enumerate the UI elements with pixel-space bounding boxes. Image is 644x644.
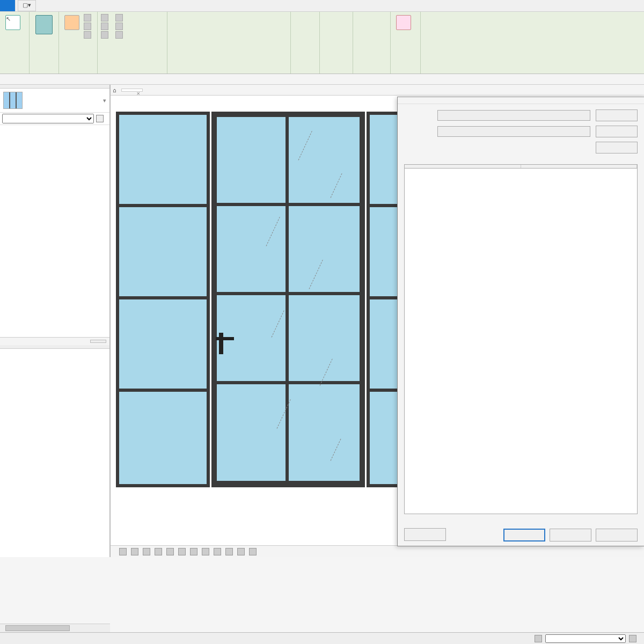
modify-icon[interactable] — [194, 14, 203, 23]
preview-button[interactable] — [404, 528, 446, 541]
type-params-table — [404, 164, 638, 514]
vb-icon[interactable] — [178, 548, 186, 555]
modify-icon[interactable] — [265, 14, 274, 23]
family-combo[interactable] — [437, 110, 590, 121]
vb-icon[interactable] — [155, 548, 162, 555]
statusbar — [0, 632, 644, 644]
geom-icon-1[interactable] — [115, 14, 123, 21]
create-icon[interactable] — [356, 14, 365, 23]
view-icon[interactable] — [294, 44, 303, 53]
col-parameter — [405, 165, 521, 168]
modify-icon[interactable] — [171, 26, 179, 34]
vb-icon[interactable] — [143, 548, 150, 555]
edit-type-button[interactable] — [94, 115, 107, 122]
door-handle-plate — [219, 333, 223, 354]
file-tab[interactable] — [0, 0, 16, 11]
cope-button[interactable] — [101, 14, 110, 21]
duplicate-button[interactable] — [596, 126, 638, 137]
measure-label — [323, 71, 349, 72]
family-thumb-icon — [3, 92, 23, 109]
close-icon[interactable]: × — [137, 90, 140, 97]
vb-icon[interactable] — [119, 548, 127, 555]
modify-label — [171, 71, 287, 72]
edit-type-icon — [96, 115, 104, 122]
paste-button[interactable] — [62, 14, 82, 32]
properties-apply-button[interactable] — [90, 340, 106, 343]
measure-icon[interactable] — [337, 14, 349, 26]
modify-icon[interactable] — [218, 26, 226, 34]
properties-label — [33, 71, 55, 72]
modify-icon[interactable] — [182, 26, 191, 34]
selection-dropdown[interactable] — [2, 114, 94, 123]
cut-button[interactable] — [101, 23, 110, 30]
create-label — [356, 71, 387, 72]
properties-panel-button[interactable] — [33, 14, 55, 36]
modify-icon[interactable] — [230, 14, 238, 23]
dialog-title — [398, 97, 644, 104]
modify-icon[interactable] — [218, 14, 226, 23]
modify-icon[interactable] — [194, 26, 203, 34]
vb-icon[interactable] — [190, 548, 197, 555]
family-type-selector[interactable]: ▾ — [0, 89, 109, 113]
view-control-bar — [111, 545, 644, 557]
col-value — [521, 165, 638, 168]
modify-icon[interactable] — [277, 14, 286, 23]
mode-label — [394, 71, 417, 72]
status-icon[interactable] — [535, 635, 542, 642]
modify-icon[interactable] — [206, 26, 215, 34]
status-icon[interactable] — [629, 635, 636, 642]
view-tab[interactable]: × — [121, 89, 143, 92]
clip-icon-2[interactable] — [84, 23, 91, 30]
view-icon[interactable] — [294, 14, 303, 23]
modify-icon[interactable] — [241, 14, 250, 23]
cancel-button[interactable] — [550, 529, 591, 541]
create-icon[interactable] — [378, 14, 386, 23]
select-dropdown[interactable] — [3, 71, 26, 72]
vb-icon[interactable] — [166, 548, 174, 555]
measure-icon[interactable] — [323, 14, 335, 26]
home-icon[interactable]: ⌂ — [113, 87, 119, 93]
geom-icon-3[interactable] — [115, 31, 123, 39]
properties-title — [0, 85, 109, 89]
modify-icon[interactable] — [241, 26, 250, 34]
modify-icon[interactable] — [171, 14, 179, 23]
create-icon[interactable] — [356, 44, 365, 53]
modify-icon[interactable] — [253, 26, 262, 34]
clipboard-label — [62, 71, 94, 72]
modify-icon[interactable] — [230, 26, 238, 34]
type-properties-dialog — [397, 97, 644, 546]
vb-icon[interactable] — [249, 548, 257, 555]
vb-icon[interactable] — [202, 548, 209, 555]
modify-tool[interactable]: ↖ — [3, 14, 23, 32]
clip-icon-3[interactable] — [84, 31, 91, 39]
view-icon[interactable] — [305, 14, 313, 23]
menubar: ▢▾ — [0, 0, 644, 12]
modify-icon[interactable] — [253, 14, 262, 23]
worksets-combo[interactable] — [545, 634, 626, 643]
context-bar — [0, 74, 644, 85]
apply-button[interactable] — [596, 529, 638, 541]
view-label — [294, 71, 316, 72]
door-handle-lever — [216, 337, 234, 340]
vb-icon[interactable] — [237, 548, 245, 555]
modify-icon[interactable] — [206, 14, 215, 23]
vb-icon[interactable] — [214, 548, 221, 555]
rename-button[interactable] — [596, 142, 638, 153]
type-combo[interactable] — [437, 126, 590, 137]
load-button[interactable] — [596, 109, 638, 121]
context-chip[interactable]: ▢▾ — [18, 0, 36, 11]
join-button[interactable] — [101, 31, 110, 39]
vb-icon[interactable] — [225, 548, 233, 555]
geom-icon-2[interactable] — [115, 23, 123, 30]
clip-icon-1[interactable] — [84, 14, 91, 21]
geometry-label — [101, 71, 164, 72]
ok-button[interactable] — [503, 529, 545, 541]
create-icon[interactable] — [367, 14, 376, 23]
left-scrollbar[interactable] — [0, 624, 110, 632]
vb-icon[interactable] — [131, 548, 138, 555]
ribbon: ↖ — [0, 12, 644, 74]
project-browser-title — [0, 345, 109, 349]
modify-icon[interactable] — [182, 14, 191, 23]
edit-family-button[interactable] — [394, 14, 413, 32]
